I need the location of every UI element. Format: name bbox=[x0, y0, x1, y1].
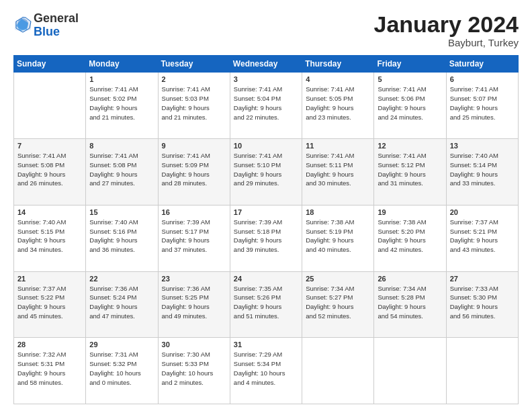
day-number: 24 bbox=[234, 275, 298, 283]
calendar-cell: 6Sunrise: 7:41 AMSunset: 5:07 PMDaylight… bbox=[446, 73, 518, 139]
day-info: Sunrise: 7:41 AMSunset: 5:05 PMDaylight:… bbox=[306, 85, 370, 122]
title-block: January 2024 Bayburt, Turkey bbox=[374, 12, 519, 48]
day-number: 8 bbox=[89, 142, 154, 150]
page-header: General Blue January 2024 Bayburt, Turke… bbox=[13, 12, 519, 48]
calendar-cell: 29Sunrise: 7:31 AMSunset: 5:32 PMDayligh… bbox=[86, 338, 158, 404]
day-info: Sunrise: 7:39 AMSunset: 5:17 PMDaylight:… bbox=[162, 218, 226, 255]
calendar-cell: 9Sunrise: 7:41 AMSunset: 5:09 PMDaylight… bbox=[158, 139, 230, 205]
calendar-header-saturday: Saturday bbox=[446, 56, 518, 73]
day-number: 28 bbox=[17, 340, 82, 349]
calendar-cell: 22Sunrise: 7:36 AMSunset: 5:24 PMDayligh… bbox=[86, 271, 158, 338]
calendar-cell: 16Sunrise: 7:39 AMSunset: 5:17 PMDayligh… bbox=[158, 205, 230, 271]
day-info: Sunrise: 7:31 AMSunset: 5:32 PMDaylight:… bbox=[89, 350, 154, 387]
calendar-week-5: 28Sunrise: 7:32 AMSunset: 5:31 PMDayligh… bbox=[14, 338, 519, 404]
day-info: Sunrise: 7:35 AMSunset: 5:26 PMDaylight:… bbox=[234, 284, 298, 321]
day-info: Sunrise: 7:36 AMSunset: 5:24 PMDaylight:… bbox=[89, 284, 154, 321]
day-number: 20 bbox=[450, 208, 515, 216]
calendar-cell: 21Sunrise: 7:37 AMSunset: 5:22 PMDayligh… bbox=[14, 271, 86, 338]
month-title: January 2024 bbox=[374, 12, 519, 37]
calendar-cell: 5Sunrise: 7:41 AMSunset: 5:06 PMDaylight… bbox=[374, 73, 446, 139]
calendar-cell: 10Sunrise: 7:41 AMSunset: 5:10 PMDayligh… bbox=[230, 139, 302, 205]
day-number: 3 bbox=[234, 75, 298, 83]
day-info: Sunrise: 7:37 AMSunset: 5:22 PMDaylight:… bbox=[17, 284, 82, 321]
day-number: 15 bbox=[89, 208, 154, 216]
calendar-table: SundayMondayTuesdayWednesdayThursdayFrid… bbox=[13, 55, 519, 404]
day-info: Sunrise: 7:41 AMSunset: 5:06 PMDaylight:… bbox=[378, 85, 442, 122]
day-number: 17 bbox=[234, 208, 298, 216]
calendar-cell: 30Sunrise: 7:30 AMSunset: 5:33 PMDayligh… bbox=[158, 338, 230, 404]
day-info: Sunrise: 7:40 AMSunset: 5:14 PMDaylight:… bbox=[450, 151, 515, 188]
day-number: 29 bbox=[89, 340, 154, 349]
calendar-cell: 15Sunrise: 7:40 AMSunset: 5:16 PMDayligh… bbox=[86, 205, 158, 271]
calendar-cell: 31Sunrise: 7:29 AMSunset: 5:34 PMDayligh… bbox=[230, 338, 302, 404]
day-info: Sunrise: 7:41 AMSunset: 5:07 PMDaylight:… bbox=[450, 85, 515, 122]
day-info: Sunrise: 7:30 AMSunset: 5:33 PMDaylight:… bbox=[162, 350, 226, 387]
day-number: 14 bbox=[17, 208, 82, 216]
calendar-cell: 27Sunrise: 7:33 AMSunset: 5:30 PMDayligh… bbox=[446, 271, 518, 338]
calendar-cell: 8Sunrise: 7:41 AMSunset: 5:08 PMDaylight… bbox=[86, 139, 158, 205]
day-number: 2 bbox=[162, 75, 226, 83]
day-info: Sunrise: 7:41 AMSunset: 5:08 PMDaylight:… bbox=[17, 151, 82, 188]
day-info: Sunrise: 7:41 AMSunset: 5:10 PMDaylight:… bbox=[234, 151, 298, 188]
calendar-cell: 28Sunrise: 7:32 AMSunset: 5:31 PMDayligh… bbox=[14, 338, 86, 404]
logo: General Blue bbox=[13, 12, 79, 39]
day-info: Sunrise: 7:34 AMSunset: 5:28 PMDaylight:… bbox=[378, 284, 442, 321]
calendar-cell: 4Sunrise: 7:41 AMSunset: 5:05 PMDaylight… bbox=[302, 73, 374, 139]
calendar-cell: 20Sunrise: 7:37 AMSunset: 5:21 PMDayligh… bbox=[446, 205, 518, 271]
day-number: 19 bbox=[378, 208, 442, 216]
day-info: Sunrise: 7:41 AMSunset: 5:11 PMDaylight:… bbox=[306, 151, 370, 188]
day-number: 7 bbox=[17, 142, 82, 150]
calendar-cell bbox=[14, 73, 86, 139]
calendar-header-tuesday: Tuesday bbox=[158, 56, 230, 73]
day-number: 6 bbox=[450, 75, 515, 83]
day-info: Sunrise: 7:32 AMSunset: 5:31 PMDaylight:… bbox=[17, 350, 82, 387]
calendar-cell: 25Sunrise: 7:34 AMSunset: 5:27 PMDayligh… bbox=[302, 271, 374, 338]
day-number: 4 bbox=[306, 75, 370, 83]
day-number: 1 bbox=[89, 75, 154, 83]
calendar-cell: 19Sunrise: 7:38 AMSunset: 5:20 PMDayligh… bbox=[374, 205, 446, 271]
day-info: Sunrise: 7:41 AMSunset: 5:09 PMDaylight:… bbox=[162, 151, 226, 188]
day-info: Sunrise: 7:40 AMSunset: 5:15 PMDaylight:… bbox=[17, 218, 82, 255]
day-info: Sunrise: 7:41 AMSunset: 5:12 PMDaylight:… bbox=[378, 151, 442, 188]
logo-general-text: General bbox=[34, 11, 79, 25]
calendar-week-3: 14Sunrise: 7:40 AMSunset: 5:15 PMDayligh… bbox=[14, 205, 519, 271]
calendar-week-2: 7Sunrise: 7:41 AMSunset: 5:08 PMDaylight… bbox=[14, 139, 519, 205]
calendar-cell: 17Sunrise: 7:39 AMSunset: 5:18 PMDayligh… bbox=[230, 205, 302, 271]
logo-icon bbox=[13, 15, 32, 34]
calendar-cell: 2Sunrise: 7:41 AMSunset: 5:03 PMDaylight… bbox=[158, 73, 230, 139]
calendar-week-4: 21Sunrise: 7:37 AMSunset: 5:22 PMDayligh… bbox=[14, 271, 519, 338]
calendar-week-1: 1Sunrise: 7:41 AMSunset: 5:02 PMDaylight… bbox=[14, 73, 519, 139]
day-number: 25 bbox=[306, 275, 370, 283]
calendar-header-sunday: Sunday bbox=[14, 56, 86, 73]
calendar-cell: 12Sunrise: 7:41 AMSunset: 5:12 PMDayligh… bbox=[374, 139, 446, 205]
calendar-cell: 24Sunrise: 7:35 AMSunset: 5:26 PMDayligh… bbox=[230, 271, 302, 338]
day-number: 13 bbox=[450, 142, 515, 150]
day-number: 10 bbox=[234, 142, 298, 150]
location: Bayburt, Turkey bbox=[374, 37, 519, 48]
calendar-cell bbox=[446, 338, 518, 404]
calendar-header-monday: Monday bbox=[86, 56, 158, 73]
day-info: Sunrise: 7:39 AMSunset: 5:18 PMDaylight:… bbox=[234, 218, 298, 255]
day-info: Sunrise: 7:41 AMSunset: 5:08 PMDaylight:… bbox=[89, 151, 154, 188]
day-number: 31 bbox=[234, 340, 298, 349]
calendar-cell: 13Sunrise: 7:40 AMSunset: 5:14 PMDayligh… bbox=[446, 139, 518, 205]
day-number: 16 bbox=[162, 208, 226, 216]
logo-blue-text: Blue bbox=[34, 25, 60, 38]
day-info: Sunrise: 7:33 AMSunset: 5:30 PMDaylight:… bbox=[450, 284, 515, 321]
day-number: 26 bbox=[378, 275, 442, 283]
calendar-cell: 3Sunrise: 7:41 AMSunset: 5:04 PMDaylight… bbox=[230, 73, 302, 139]
day-info: Sunrise: 7:41 AMSunset: 5:04 PMDaylight:… bbox=[234, 85, 298, 122]
calendar-cell: 14Sunrise: 7:40 AMSunset: 5:15 PMDayligh… bbox=[14, 205, 86, 271]
day-info: Sunrise: 7:29 AMSunset: 5:34 PMDaylight:… bbox=[234, 350, 298, 387]
day-info: Sunrise: 7:40 AMSunset: 5:16 PMDaylight:… bbox=[89, 218, 154, 255]
calendar-cell bbox=[302, 338, 374, 404]
calendar-cell: 26Sunrise: 7:34 AMSunset: 5:28 PMDayligh… bbox=[374, 271, 446, 338]
calendar-cell: 11Sunrise: 7:41 AMSunset: 5:11 PMDayligh… bbox=[302, 139, 374, 205]
day-number: 11 bbox=[306, 142, 370, 150]
day-number: 22 bbox=[89, 275, 154, 283]
day-number: 9 bbox=[162, 142, 226, 150]
calendar-cell: 7Sunrise: 7:41 AMSunset: 5:08 PMDaylight… bbox=[14, 139, 86, 205]
day-number: 21 bbox=[17, 275, 82, 283]
day-info: Sunrise: 7:41 AMSunset: 5:02 PMDaylight:… bbox=[89, 85, 154, 122]
calendar-cell: 23Sunrise: 7:36 AMSunset: 5:25 PMDayligh… bbox=[158, 271, 230, 338]
